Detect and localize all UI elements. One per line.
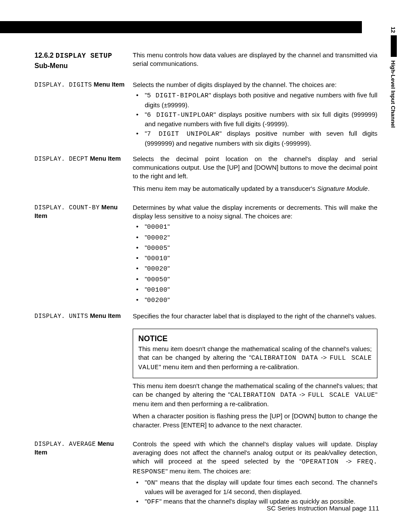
decpt-label: DISPLAY. DECPT Menu Item — [34, 155, 133, 163]
digits-label: DISPLAY. DIGITS Menu Item — [34, 81, 133, 89]
opt-lcd: ON — [147, 479, 155, 487]
list-item: "00200" — [133, 296, 377, 305]
list-item: "7 DIGIT UNIPOLAR" displays positive num… — [133, 129, 377, 148]
units-label-lcd: DISPLAY. UNITS — [34, 313, 88, 320]
opt-lcd: 6 DIGIT-UNIPLOAR — [147, 112, 213, 119]
text-span: -> — [297, 391, 308, 398]
opt-lcd: 5 DIGIT-BIPOLAR — [147, 92, 209, 100]
lcd-text: OPERATION — [302, 458, 346, 466]
list-item: "00010" — [133, 254, 377, 263]
decpt-p2: This menu item may be automatically upda… — [133, 184, 377, 193]
text-span: . — [368, 185, 370, 192]
list-item: "00100" — [133, 285, 377, 295]
list-item: "00002" — [133, 233, 377, 243]
digits-label-lcd: DISPLAY. DIGITS — [34, 81, 92, 88]
decpt-p1: Selects the decimal point location on th… — [133, 155, 377, 181]
text-span: This menu item may be automatically upda… — [133, 185, 317, 192]
em-text: Signature Module — [317, 185, 368, 192]
digits-label-suffix: Menu Item — [92, 81, 125, 88]
page-number-top: 12 — [389, 27, 397, 33]
list-item: "5 DIGIT-BIPOLAR" displays both positive… — [133, 91, 377, 109]
units-p2: This menu item doesn't change the mathem… — [133, 382, 377, 409]
notice-title: NOTICE — [138, 333, 372, 344]
average-label-lcd: DISPLAY. AVERAGE — [34, 441, 96, 448]
section-subtitle: Sub-Menu — [34, 61, 128, 71]
page-footer: SC Series Instruction Manual page 111 — [0, 504, 379, 513]
average-intro: Controls the speed with which the channe… — [133, 440, 377, 476]
opt-lcd: 7 DIGIT UNIPOLAR — [147, 131, 219, 138]
units-p3: When a character position is flashing pr… — [133, 412, 377, 429]
units-label-suffix: Menu Item — [88, 312, 121, 319]
text-span: -> — [346, 457, 357, 465]
side-tab-marker — [391, 35, 397, 57]
units-label: DISPLAY. UNITS Menu Item — [34, 312, 133, 320]
countby-options: "00001""00002""00005""00010""00020""0005… — [133, 222, 377, 305]
notice-body: This menu item doesn't change the mathem… — [138, 345, 372, 373]
average-label: DISPLAY. AVERAGE Menu Item — [34, 440, 133, 457]
lcd-text: CALIBRATION DATA — [230, 392, 297, 399]
list-item: "00050" — [133, 275, 377, 284]
list-item: "6 DIGIT-UNIPLOAR" displays positive num… — [133, 110, 377, 129]
countby-label-lcd: DISPLAY. COUNT-BY — [34, 204, 100, 211]
lcd-text: FULL SCALE VALUE — [308, 392, 375, 399]
section-title-lcd: DISPLAY SETUP — [56, 52, 112, 60]
decpt-label-suffix: Menu Item — [88, 155, 121, 162]
opt-text: " means that the display will update fou… — [145, 479, 377, 495]
decpt-label-lcd: DISPLAY. DECPT — [34, 156, 88, 162]
list-item: "00005" — [133, 243, 377, 253]
text-span: " menu item. The choices are: — [165, 467, 251, 475]
countby-label: DISPLAY. COUNT-BY Menu Item — [34, 203, 133, 220]
list-item: "00001" — [133, 222, 377, 232]
section-number: 12.6.2 — [34, 52, 53, 59]
units-p1: Specifies the four character label that … — [133, 312, 377, 320]
digits-intro: Selects the number of digits displayed b… — [133, 81, 377, 89]
countby-intro: Determines by what value the display inc… — [133, 203, 377, 221]
section-heading: 12.6.2 DISPLAY SETUP — [34, 51, 128, 61]
average-options: "ON" means that the display will update … — [133, 478, 377, 507]
lcd-text: CALIBRATION DATA — [251, 355, 318, 362]
digits-options: "5 DIGIT-BIPOLAR" displays both positive… — [133, 91, 377, 148]
text-span: -> — [318, 354, 330, 361]
notice-box: NOTICE This menu item doesn't change the… — [133, 329, 377, 378]
header-black-bar — [0, 21, 362, 33]
text-span: " menu item and then performing a re-cal… — [159, 363, 299, 370]
page-content: 12.6.2 DISPLAY SETUP Sub-Menu This menu … — [34, 51, 379, 510]
section-intro: This menu controls how data values are d… — [133, 51, 377, 68]
chapter-side-label: High-Level Input Channel — [389, 60, 397, 128]
list-item: "00020" — [133, 264, 377, 274]
list-item: "ON" means that the display will update … — [133, 478, 377, 497]
